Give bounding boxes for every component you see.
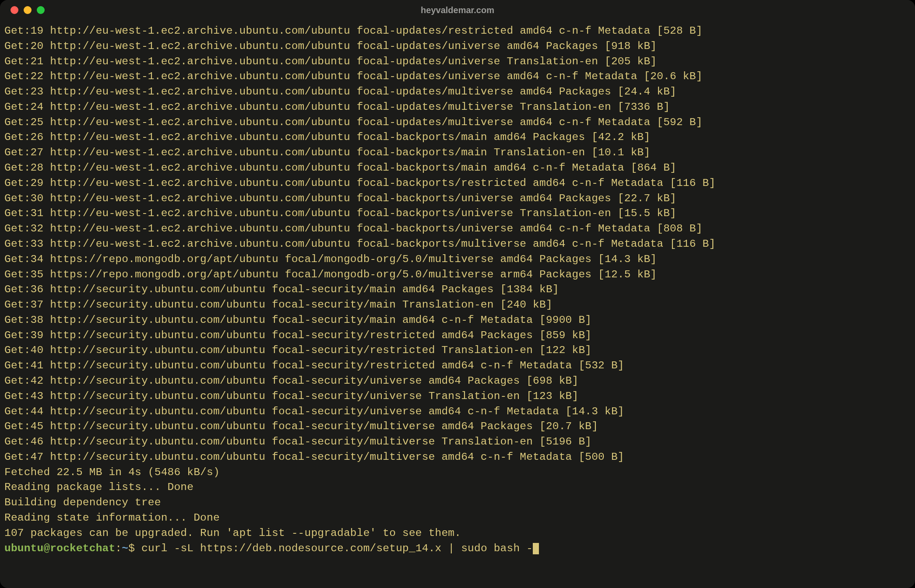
terminal-line: Get:41 http://security.ubuntu.com/ubuntu… bbox=[4, 358, 911, 374]
maximize-icon[interactable] bbox=[37, 6, 45, 14]
terminal-line: Get:21 http://eu-west-1.ec2.archive.ubun… bbox=[4, 54, 911, 70]
terminal-line: Get:26 http://eu-west-1.ec2.archive.ubun… bbox=[4, 130, 911, 145]
prompt-path: ~ bbox=[122, 542, 128, 554]
terminal-line: Get:36 http://security.ubuntu.com/ubuntu… bbox=[4, 282, 911, 298]
terminal-line: Get:28 http://eu-west-1.ec2.archive.ubun… bbox=[4, 161, 911, 176]
terminal-line: Get:31 http://eu-west-1.ec2.archive.ubun… bbox=[4, 206, 911, 221]
terminal-line: Get:19 http://eu-west-1.ec2.archive.ubun… bbox=[4, 24, 911, 39]
terminal-line: Get:22 http://eu-west-1.ec2.archive.ubun… bbox=[4, 69, 911, 84]
command-input[interactable]: curl -sL https://deb.nodesource.com/setu… bbox=[141, 542, 533, 554]
close-icon[interactable] bbox=[11, 6, 18, 14]
terminal-line: Get:27 http://eu-west-1.ec2.archive.ubun… bbox=[4, 145, 911, 161]
terminal-line: Get:45 http://security.ubuntu.com/ubuntu… bbox=[4, 419, 911, 434]
terminal-line: Get:47 http://security.ubuntu.com/ubuntu… bbox=[4, 450, 911, 465]
terminal-line: Get:34 https://repo.mongodb.org/apt/ubun… bbox=[4, 252, 911, 267]
terminal-window: heyvaldemar.com Get:19 http://eu-west-1.… bbox=[0, 0, 915, 588]
terminal-line: Get:23 http://eu-west-1.ec2.archive.ubun… bbox=[4, 84, 911, 100]
terminal-line: Get:44 http://security.ubuntu.com/ubuntu… bbox=[4, 404, 911, 420]
prompt-line: ubuntu@rocketchat:~$ curl -sL https://de… bbox=[4, 541, 911, 556]
terminal-line: 107 packages can be upgraded. Run 'apt l… bbox=[4, 526, 911, 541]
terminal-line: Fetched 22.5 MB in 4s (5486 kB/s) bbox=[4, 465, 911, 480]
terminal-output: Get:19 http://eu-west-1.ec2.archive.ubun… bbox=[4, 24, 911, 541]
terminal-body[interactable]: Get:19 http://eu-west-1.ec2.archive.ubun… bbox=[0, 20, 915, 560]
terminal-line: Get:25 http://eu-west-1.ec2.archive.ubun… bbox=[4, 115, 911, 130]
terminal-line: Reading package lists... Done bbox=[4, 480, 911, 495]
terminal-line: Building dependency tree bbox=[4, 495, 911, 511]
prompt-symbol: $ bbox=[128, 542, 135, 554]
prompt-user: ubuntu bbox=[4, 542, 43, 554]
terminal-line: Get:33 http://eu-west-1.ec2.archive.ubun… bbox=[4, 237, 911, 252]
terminal-line: Get:20 http://eu-west-1.ec2.archive.ubun… bbox=[4, 39, 911, 54]
terminal-line: Get:35 https://repo.mongodb.org/apt/ubun… bbox=[4, 267, 911, 283]
terminal-line: Get:32 http://eu-west-1.ec2.archive.ubun… bbox=[4, 221, 911, 237]
terminal-line: Get:37 http://security.ubuntu.com/ubuntu… bbox=[4, 298, 911, 313]
prompt-at: @ bbox=[43, 542, 50, 554]
terminal-line: Reading state information... Done bbox=[4, 511, 911, 526]
terminal-line: Get:30 http://eu-west-1.ec2.archive.ubun… bbox=[4, 191, 911, 206]
terminal-line: Get:40 http://security.ubuntu.com/ubuntu… bbox=[4, 343, 911, 358]
terminal-line: Get:29 http://eu-west-1.ec2.archive.ubun… bbox=[4, 176, 911, 191]
window-title: heyvaldemar.com bbox=[9, 5, 906, 15]
cursor-icon bbox=[533, 543, 539, 554]
minimize-icon[interactable] bbox=[24, 6, 32, 14]
prompt-colon: : bbox=[115, 542, 122, 554]
prompt-host: rocketchat bbox=[50, 542, 115, 554]
terminal-line: Get:24 http://eu-west-1.ec2.archive.ubun… bbox=[4, 100, 911, 115]
terminal-line: Get:42 http://security.ubuntu.com/ubuntu… bbox=[4, 374, 911, 389]
terminal-line: Get:39 http://security.ubuntu.com/ubuntu… bbox=[4, 328, 911, 343]
terminal-line: Get:43 http://security.ubuntu.com/ubuntu… bbox=[4, 389, 911, 404]
terminal-line: Get:38 http://security.ubuntu.com/ubuntu… bbox=[4, 313, 911, 328]
traffic-lights bbox=[11, 6, 45, 14]
terminal-line: Get:46 http://security.ubuntu.com/ubuntu… bbox=[4, 434, 911, 450]
titlebar: heyvaldemar.com bbox=[0, 0, 915, 20]
